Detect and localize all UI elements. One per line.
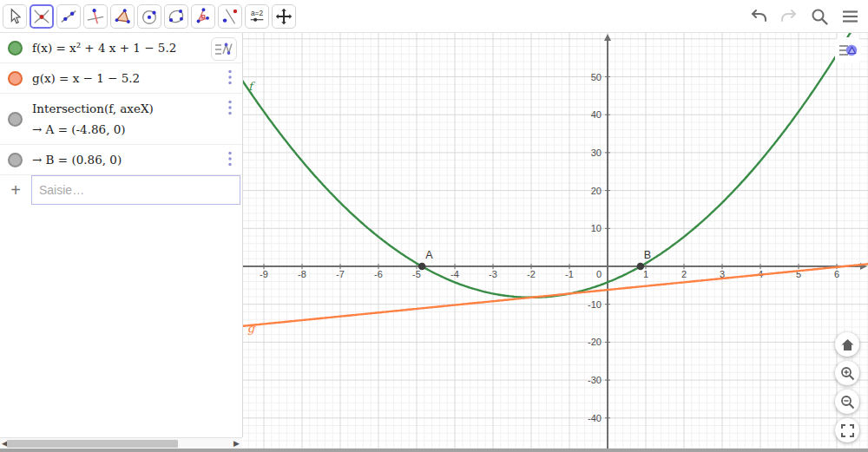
algebra-horizontal-scrollbar[interactable]: ◀ ▶	[0, 437, 242, 449]
kebab-menu-icon	[227, 69, 233, 85]
expression-line: → A = (-4.86, 0)	[32, 119, 213, 140]
zoom-out-button[interactable]	[835, 390, 859, 414]
svg-text:10: 10	[591, 223, 602, 233]
row-menu-button[interactable]	[227, 100, 233, 119]
svg-text:-8: -8	[298, 269, 306, 279]
add-input-button[interactable]: +	[0, 175, 31, 205]
search-icon	[809, 6, 830, 27]
home-icon	[840, 337, 855, 352]
expression-text: g(x) = x − 1 − 5.2	[32, 68, 213, 88]
curve-f[interactable]	[243, 33, 868, 298]
expression-line: f(x) = x² + 4 x + 1 − 5.2	[32, 37, 213, 58]
algebra-row[interactable]: g(x) = x − 1 − 5.2	[0, 63, 242, 94]
tool-polygon-button[interactable]	[110, 4, 135, 29]
scrollbar-thumb[interactable]	[7, 440, 178, 448]
expression-text: Intersection(f, axeX)→ A = (-4.86, 0)	[32, 98, 213, 140]
algebra-panel: f(x) = x² + 4 x + 1 − 5.2g(x) = x − 1 − …	[0, 33, 243, 437]
svg-text:-20: -20	[588, 337, 602, 347]
graphics-view[interactable]: -9-8-7-6-5-4-3-2-11234565040302010-10-20…	[243, 33, 868, 449]
tool-move-button[interactable]	[3, 4, 27, 29]
redo-button[interactable]	[777, 4, 801, 29]
zoom-in-button[interactable]	[835, 361, 859, 385]
row-menu-button[interactable]	[227, 69, 233, 88]
algebra-input[interactable]	[31, 175, 240, 205]
fullscreen-button[interactable]	[835, 418, 859, 442]
expression-line: g(x) = x − 1 − 5.2	[32, 68, 213, 88]
svg-text:2: 2	[681, 269, 687, 279]
expression-text: f(x) = x² + 4 x + 1 − 5.2	[32, 37, 213, 58]
svg-text:-3: -3	[489, 269, 497, 279]
scroll-right-icon[interactable]: ▶	[233, 438, 240, 449]
algebra-settings-icon	[214, 40, 234, 59]
algebra-row[interactable]: Intersection(f, axeX)→ A = (-4.86, 0)	[0, 94, 242, 145]
home-button[interactable]	[835, 332, 859, 357]
svg-text:-5: -5	[412, 269, 421, 279]
row-menu-button[interactable]	[227, 151, 233, 170]
redo-icon	[779, 6, 799, 27]
expression-text: → B = (0.86, 0)	[32, 149, 213, 170]
top-toolbar: a=2	[0, 0, 868, 33]
tool-line-button[interactable]	[56, 4, 81, 29]
point-label-A: A	[425, 249, 433, 261]
tool-reflect-about-line-button[interactable]	[218, 4, 242, 29]
tool-circle-center-point-button[interactable]	[137, 4, 161, 29]
menu-button[interactable]	[838, 4, 862, 29]
object-visibility-bullet[interactable]	[8, 112, 23, 127]
svg-text:1: 1	[643, 269, 648, 279]
polygon-icon	[113, 7, 132, 26]
svg-text:-30: -30	[588, 375, 602, 385]
line-icon	[59, 7, 78, 26]
point-label-B: B	[644, 249, 651, 261]
zoom-out-icon	[840, 395, 855, 409]
object-visibility-bullet[interactable]	[8, 41, 23, 56]
fullscreen-icon	[840, 423, 855, 438]
expression-line: → B = (0.86, 0)	[32, 149, 213, 170]
kebab-menu-icon	[227, 100, 233, 115]
curve-label-f: f	[248, 80, 255, 93]
move-icon	[5, 7, 24, 26]
tool-angle-button[interactable]	[191, 4, 215, 29]
point-A[interactable]	[418, 263, 426, 271]
tool-intersect-button[interactable]	[30, 4, 54, 29]
svg-text:40: 40	[591, 109, 602, 120]
svg-text:-4: -4	[450, 269, 459, 279]
kebab-menu-icon	[227, 151, 233, 167]
graphics-settings-icon	[837, 39, 859, 62]
conic-five-points-icon	[167, 7, 186, 26]
intersect-icon	[32, 7, 51, 26]
object-visibility-bullet[interactable]	[8, 71, 23, 86]
angle-icon	[194, 7, 213, 26]
tool-perpendicular-line-button[interactable]	[83, 4, 108, 29]
svg-text:-2: -2	[527, 269, 536, 279]
slider-icon: a=2	[247, 7, 266, 26]
svg-text:-40: -40	[588, 413, 602, 423]
svg-text:-10: -10	[588, 299, 602, 310]
curve-label-g: g	[247, 322, 256, 335]
svg-text:0: 0	[596, 269, 602, 279]
algebra-row[interactable]: f(x) = x² + 4 x + 1 − 5.2	[0, 33, 242, 63]
search-button[interactable]	[807, 4, 832, 29]
menu-icon	[839, 6, 860, 27]
undo-button[interactable]	[746, 4, 771, 29]
svg-text:50: 50	[591, 72, 602, 82]
svg-text:-6: -6	[374, 269, 383, 279]
algebra-input-row: +	[0, 175, 242, 205]
object-visibility-bullet[interactable]	[8, 153, 23, 167]
tool-slider-button[interactable]: a=2	[245, 4, 269, 29]
svg-text:30: 30	[591, 147, 602, 158]
zoom-in-icon	[840, 366, 855, 381]
svg-text:-9: -9	[260, 269, 268, 279]
move-graphics-view-icon	[274, 7, 293, 26]
tool-conic-five-points-button[interactable]	[164, 4, 188, 29]
tool-move-graphics-view-button[interactable]	[272, 4, 296, 29]
algebra-row[interactable]: → B = (0.86, 0)	[0, 145, 242, 175]
algebra-settings-button[interactable]	[211, 37, 237, 61]
svg-text:-7: -7	[336, 269, 345, 279]
point-B[interactable]	[637, 263, 645, 271]
graph-canvas[interactable]: -9-8-7-6-5-4-3-2-11234565040302010-10-20…	[243, 33, 868, 449]
perpendicular-line-icon	[86, 7, 105, 26]
svg-text:a=2: a=2	[251, 9, 263, 16]
window-bottom-scrollbar[interactable]	[0, 449, 868, 452]
svg-text:6: 6	[834, 269, 839, 279]
graphics-settings-button[interactable]	[835, 37, 861, 63]
